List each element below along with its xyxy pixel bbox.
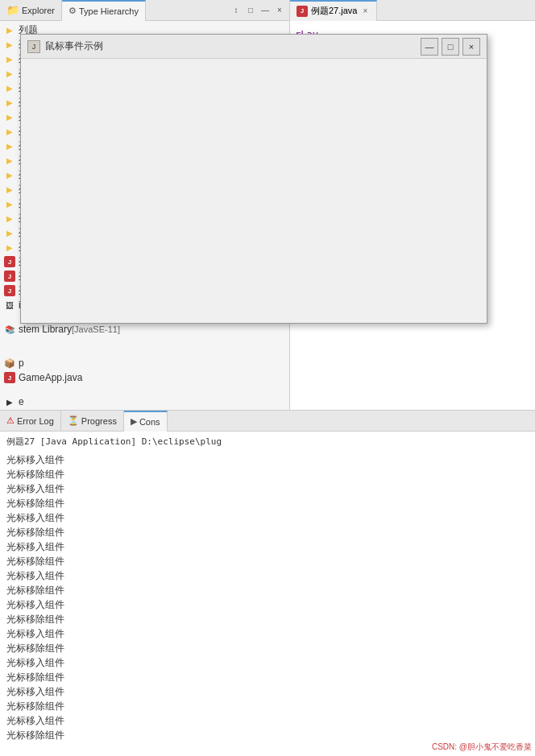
folder-icon: ▶ (3, 110, 16, 123)
list-item[interactable]: J GameApp.java (0, 370, 289, 385)
console-line: 光标移入组件 (6, 597, 529, 612)
folder-icon: ▶ (3, 168, 16, 181)
watermark: CSDN: @胆小鬼不爱吃香菜 (432, 742, 532, 753)
tab-console[interactable]: ▶ Cons (124, 411, 168, 432)
progress-icon: ⏳ (68, 415, 79, 426)
tab-type-hierarchy[interactable]: ⚙ Type Hierarchy (62, 0, 146, 21)
console-line: 光标移入组件 (6, 684, 529, 699)
bottom-panel: ⚠ Error Log ⏳ Progress ▶ Cons 例题27 [Java… (0, 410, 535, 756)
console-line: 光标移入组件 (6, 713, 529, 728)
java-file-icon: J (3, 371, 16, 384)
package-icon: 📦 (3, 357, 16, 370)
window-titlebar: J 鼠标事件示例 — □ × (21, 35, 487, 59)
folder-icon: ▶ (3, 81, 16, 94)
console-line: 光标移除组件 (6, 583, 529, 597)
folder-icon: ▶ (3, 52, 16, 65)
window-controls: — □ × (421, 38, 480, 56)
folder-icon: ▶ (3, 197, 16, 210)
folder-icon: ▶ (3, 139, 16, 152)
folder-icon: ▶ (3, 241, 16, 254)
tab-explorer[interactable]: 📁 Explorer (0, 0, 62, 21)
folder-icon: ▶ (3, 226, 16, 239)
console-line: 光标移除组件 (6, 670, 529, 684)
editor-tab-label: 例题27.java (311, 5, 357, 17)
console-line: 光标移除组件 (6, 554, 529, 568)
folder-icon: ▶ (3, 96, 16, 109)
left-panel-tab-bar: 📁 Explorer ⚙ Type Hierarchy ↕ □ — × (0, 0, 289, 21)
bottom-tab-bar: ⚠ Error Log ⏳ Progress ▶ Cons (0, 411, 535, 432)
editor-tab-bar: J 例题27.java × (290, 0, 535, 21)
tree-spacer3 (0, 385, 289, 395)
explorer-icon: 📁 (6, 4, 19, 16)
console-line: 光标移除组件 (6, 612, 529, 626)
java-file-icon: J (3, 270, 16, 283)
console-line: 光标移除组件 (6, 467, 529, 481)
left-panel-action-maximize[interactable]: □ (244, 4, 257, 17)
ide-container: 📁 Explorer ⚙ Type Hierarchy ↕ □ — × ▶ 列题… (0, 0, 535, 756)
folder-icon: ▶ (3, 67, 16, 80)
window-close-btn[interactable]: × (462, 38, 480, 56)
console-header: 例题27 [Java Application] D:\eclipse\plug (6, 435, 529, 449)
folder-icon: ▶ (3, 125, 16, 138)
window-title: 鼠标事件示例 (45, 39, 416, 53)
floating-window: J 鼠标事件示例 — □ × (20, 34, 487, 324)
list-item[interactable]: 📦 p (0, 356, 289, 370)
left-panel-action-close[interactable]: × (273, 4, 286, 17)
console-line: 光标移入组件 (6, 510, 529, 525)
folder-icon: ▶ (3, 395, 16, 408)
java-file-icon: J (3, 255, 16, 268)
left-panel-action-minimize[interactable]: — (259, 4, 272, 17)
console-line: 光标移除组件 (6, 699, 529, 713)
console-line: 光标移除组件 (6, 525, 529, 539)
console-content: 例题27 [Java Application] D:\eclipse\plug … (0, 432, 535, 756)
console-icon: ▶ (131, 416, 137, 427)
tab-error-log[interactable]: ⚠ Error Log (0, 411, 61, 432)
console-line: 光标移除组件 (6, 728, 529, 742)
folder-icon: ▶ (3, 38, 16, 51)
folder-icon: ▶ (3, 212, 16, 225)
list-item[interactable]: ▶ e (0, 395, 289, 409)
console-label: Cons (139, 417, 160, 427)
console-line: 光标移除组件 (6, 641, 529, 655)
editor-tab-close[interactable]: × (360, 6, 370, 16)
window-app-icon: J (27, 40, 40, 53)
console-line: 光标移入组件 (6, 452, 529, 467)
library-icon: 📚 (3, 323, 16, 336)
tab-explorer-label: Explorer (22, 6, 55, 15)
folder-icon: ▶ (3, 23, 16, 36)
left-panel-action-sort[interactable]: ↕ (230, 4, 243, 17)
tree-spacer2 (0, 337, 289, 356)
window-minimize-btn[interactable]: — (421, 38, 438, 56)
folder-icon: ▶ (3, 183, 16, 196)
left-panel-actions: ↕ □ — × (230, 4, 289, 17)
folder-icon: ▶ (3, 154, 16, 167)
error-log-icon: ⚠ (6, 415, 15, 426)
window-restore-btn[interactable]: □ (442, 38, 459, 56)
console-line: 光标移入组件 (6, 626, 529, 641)
error-log-label: Error Log (17, 416, 54, 426)
java-tab-icon: J (297, 6, 308, 17)
window-body (21, 59, 487, 323)
console-line: 光标移入组件 (6, 568, 529, 583)
tab-type-hierarchy-label: Type Hierarchy (79, 6, 139, 16)
console-line: 光标移除组件 (6, 496, 529, 510)
console-line: 光标移入组件 (6, 539, 529, 554)
console-line: 光标移入组件 (6, 481, 529, 496)
library-item[interactable]: 📚 stem Library [JavaSE-11] (0, 322, 289, 337)
console-line: 光标移入组件 (6, 655, 529, 670)
tab-progress[interactable]: ⏳ Progress (61, 411, 124, 432)
editor-tab-java[interactable]: J 例题27.java × (290, 0, 377, 21)
hierarchy-icon: ⚙ (68, 6, 77, 16)
progress-label: Progress (81, 416, 117, 426)
java-file-icon: J (3, 284, 16, 297)
image-file-icon: 🖼 (3, 299, 16, 312)
